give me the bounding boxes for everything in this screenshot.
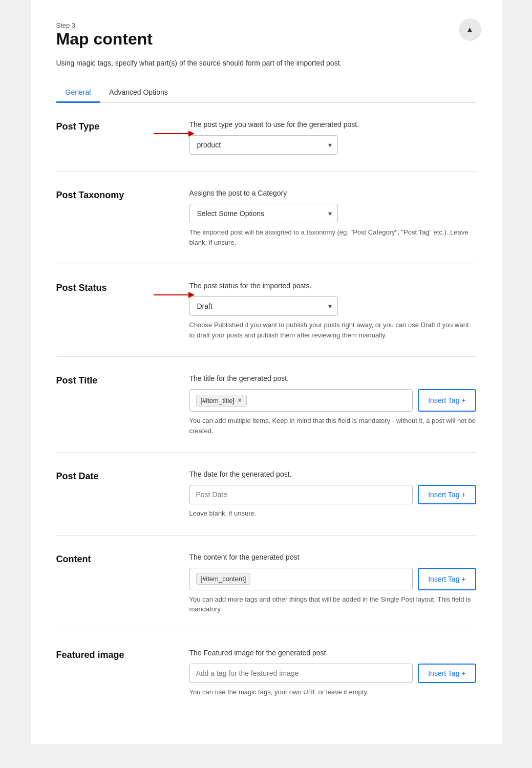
- post-date-hint: Leave blank, if unsure.: [189, 508, 476, 519]
- featured-image-input-row: Insert Tag +: [189, 664, 476, 683]
- post-date-insert-tag-button[interactable]: Insert Tag +: [418, 485, 476, 504]
- post-type-select-wrapper: product post page ▾: [189, 135, 338, 155]
- post-date-description: The date for the generated post.: [189, 469, 476, 480]
- post-type-label-col: Post Type: [56, 119, 189, 132]
- post-status-content: The post status for the imported posts. …: [189, 281, 476, 340]
- post-title-input-row: [#item_title] ✕ Insert Tag +: [189, 389, 476, 412]
- content-input-row: [#item_content] Insert Tag +: [189, 568, 476, 590]
- featured-image-label-col: Featured image: [56, 648, 189, 660]
- post-type-arrow: [154, 129, 195, 139]
- post-taxonomy-hint: The imported post will be assigned to a …: [189, 227, 476, 247]
- page-title: Map content: [56, 30, 476, 49]
- post-title-label-col: Post Title: [56, 373, 189, 386]
- post-status-hint: Choose Published if you want to publish …: [189, 320, 476, 340]
- section-post-date: Post Date The date for the generated pos…: [56, 453, 476, 536]
- post-status-label-col: Post Status: [56, 281, 189, 293]
- post-title-tag-box[interactable]: [#item_title] ✕: [189, 389, 413, 412]
- tag-chip-label: [#item_title]: [201, 397, 235, 404]
- section-post-title: Post Title The title for the generated p…: [56, 357, 476, 453]
- post-date-input[interactable]: [189, 485, 413, 504]
- post-type-select[interactable]: product post page: [189, 135, 338, 155]
- collapse-button[interactable]: ▲: [459, 18, 481, 41]
- step-label: Step 3: [56, 22, 76, 29]
- tab-general[interactable]: General: [56, 83, 100, 103]
- featured-image-description: The Featured image for the generated pos…: [189, 648, 476, 658]
- post-taxonomy-label-col: Post Taxonomy: [56, 188, 189, 201]
- post-title-hint: You can add multiple items. Keep in mind…: [189, 416, 476, 436]
- post-status-arrow: [154, 290, 195, 300]
- tag-chip-remove-icon[interactable]: ✕: [237, 397, 242, 404]
- post-title-insert-tag-button[interactable]: Insert Tag +: [418, 389, 476, 412]
- post-taxonomy-description: Assigns the post to a Category: [189, 188, 476, 199]
- post-title-content: The title for the generated post. [#item…: [189, 373, 476, 436]
- post-type-description: The post type you want to use for the ge…: [189, 119, 476, 130]
- post-title-label: Post Title: [56, 375, 179, 386]
- post-date-content: The date for the generated post. Insert …: [189, 469, 476, 519]
- post-status-select-wrapper: Draft Published Pending Private ▾: [189, 296, 338, 316]
- post-title-tag-chip: [#item_title] ✕: [196, 395, 247, 407]
- section-content: Content The content for the generated po…: [56, 536, 476, 631]
- post-status-description: The post status for the imported posts.: [189, 281, 476, 291]
- content-field-content: The content for the generated post [#ite…: [189, 552, 476, 614]
- featured-image-content: The Featured image for the generated pos…: [189, 648, 476, 697]
- post-date-input-row: Insert Tag +: [189, 485, 476, 504]
- post-taxonomy-content: Assigns the post to a Category Select So…: [189, 188, 476, 247]
- page-wrapper: Step 3 Map content Using magic tags, spe…: [31, 0, 502, 744]
- post-taxonomy-select-wrapper: Select Some Options ▾: [189, 204, 338, 223]
- content-hint: You can add more tags and other things t…: [189, 594, 476, 614]
- page-description: Using magic tags, specify what part(s) o…: [56, 58, 476, 69]
- chevron-up-icon: ▲: [466, 25, 474, 34]
- content-description: The content for the generated post: [189, 552, 476, 563]
- post-date-label-col: Post Date: [56, 469, 189, 482]
- content-tag-chip: [#item_content]: [196, 573, 251, 585]
- post-title-description: The title for the generated post.: [189, 373, 476, 384]
- content-tag-chip-label: [#item_content]: [201, 575, 246, 583]
- post-type-content: The post type you want to use for the ge…: [189, 119, 476, 155]
- featured-image-input[interactable]: [189, 664, 413, 683]
- post-date-label: Post Date: [56, 471, 179, 482]
- content-insert-tag-button[interactable]: Insert Tag +: [418, 568, 476, 590]
- post-taxonomy-select[interactable]: Select Some Options: [189, 204, 338, 223]
- tab-advanced-options[interactable]: Advanced Options: [100, 83, 177, 103]
- content-label: Content: [56, 554, 179, 565]
- content-tag-box[interactable]: [#item_content]: [189, 568, 413, 590]
- post-taxonomy-label: Post Taxonomy: [56, 190, 179, 201]
- content-label-col: Content: [56, 552, 189, 565]
- section-featured-image: Featured image The Featured image for th…: [56, 631, 476, 714]
- featured-image-insert-tag-button[interactable]: Insert Tag +: [418, 664, 476, 683]
- tabs-bar: General Advanced Options: [56, 83, 476, 103]
- section-post-status: Post Status The post status for the impo…: [56, 264, 476, 357]
- featured-image-label: Featured image: [56, 650, 179, 660]
- section-post-type: Post Type The post type you want to use …: [56, 103, 476, 172]
- post-status-select[interactable]: Draft Published Pending Private: [189, 296, 338, 316]
- featured-image-hint: You can use the magic tags, your own URL…: [189, 687, 476, 697]
- section-post-taxonomy: Post Taxonomy Assigns the post to a Cate…: [56, 172, 476, 264]
